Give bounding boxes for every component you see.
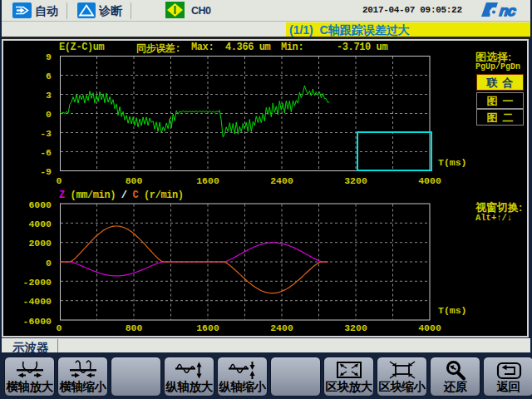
svg-text:0: 0 — [46, 258, 52, 268]
svg-text:9: 9 — [46, 52, 52, 62]
svg-text:-9: -9 — [40, 166, 52, 177]
svg-text:3: 3 — [46, 90, 52, 101]
svg-text:-3: -3 — [40, 128, 52, 139]
svg-text:-4000: -4000 — [22, 296, 52, 307]
svg-text:0: 0 — [57, 323, 62, 333]
svg-text:3200: 3200 — [344, 323, 367, 333]
svg-text:6: 6 — [46, 71, 52, 81]
svg-text:1600: 1600 — [196, 323, 219, 333]
svg-text:2400: 2400 — [270, 323, 293, 333]
svg-text:-6000: -6000 — [22, 316, 52, 327]
svg-text:3200: 3200 — [344, 175, 367, 186]
svg-text:-2000: -2000 — [22, 277, 52, 288]
svg-text:4000: 4000 — [28, 219, 52, 229]
svg-text:0: 0 — [57, 175, 62, 186]
svg-text:2000: 2000 — [28, 238, 52, 249]
svg-text:800: 800 — [126, 175, 143, 186]
svg-text:6000: 6000 — [28, 200, 52, 210]
svg-text:-6: -6 — [40, 147, 52, 158]
svg-text:4000: 4000 — [418, 323, 441, 333]
svg-text:2400: 2400 — [270, 175, 293, 186]
svg-text:4000: 4000 — [418, 175, 441, 186]
svg-text:1600: 1600 — [196, 175, 219, 186]
svg-text:0: 0 — [46, 109, 52, 120]
svg-text:800: 800 — [126, 323, 143, 333]
svg-text:T(ms): T(ms) — [438, 157, 467, 168]
svg-text:T(ms): T(ms) — [438, 305, 467, 316]
